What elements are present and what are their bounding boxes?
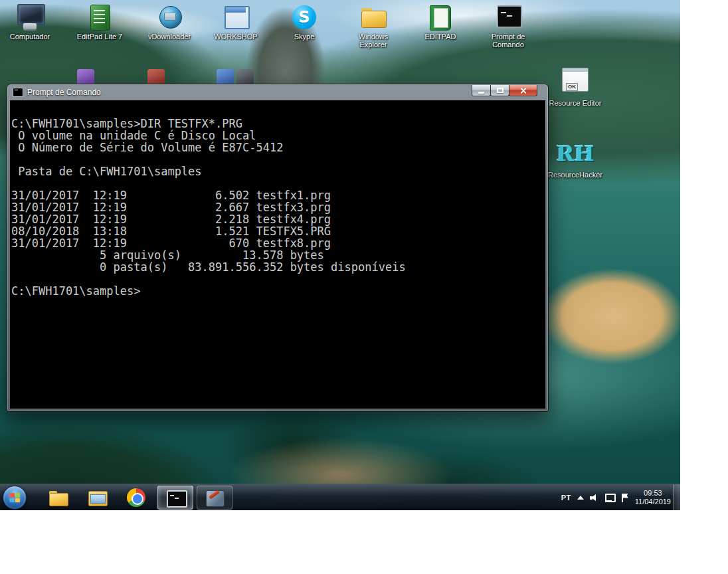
- chrome-icon: [127, 488, 145, 507]
- skype-logo-letter: S: [292, 5, 316, 29]
- window-title: Prompt de Comando: [27, 88, 101, 97]
- desktop-icon-label: Prompt de Comando: [480, 33, 537, 48]
- terminal-line: 31/01/2017 12:19 2.667 testfx3.prg: [11, 201, 544, 213]
- computer-icon: [15, 4, 45, 31]
- folder-icon: [48, 489, 68, 506]
- terminal-line: O volume na unidade C é Disco Local: [11, 130, 544, 142]
- desktop-icon-windows-explorer[interactable]: Windows Explorer: [343, 4, 403, 48]
- desktop-icon-label: EditPad Lite 7: [77, 33, 123, 41]
- cmd-titlebar-icon: [13, 88, 23, 97]
- clock-time: 09:53: [635, 489, 671, 498]
- desktop: Computador EditPad Lite 7 vDownloader WO…: [0, 0, 680, 510]
- terminal-line: 08/10/2018 13:18 1.521 TESTFX5.PRG: [11, 225, 544, 237]
- command-prompt-icon: [494, 4, 523, 31]
- command-prompt-icon: [165, 489, 185, 506]
- taskbar-chrome-button[interactable]: [118, 486, 154, 510]
- resource-hacker-icon: RH: [555, 140, 595, 169]
- terminal-line: 5 arquivo(s) 13.578 bytes: [11, 249, 544, 261]
- network-icon[interactable]: [605, 494, 614, 502]
- green-book-icon: [426, 4, 455, 31]
- desktop-icon-label: Computador: [10, 33, 50, 41]
- desktop-icon-vdownloader[interactable]: vDownloader: [139, 4, 199, 41]
- cmd-window: Prompt de Comando C:\FWH1701\samples>DIR…: [7, 84, 549, 412]
- terminal-line: [11, 177, 544, 189]
- terminal-line: 31/01/2017 12:19 670 testfx8.prg: [11, 237, 544, 249]
- terminal-line: C:\FWH1701\samples>: [11, 285, 544, 297]
- clock[interactable]: 09:53 11/04/2019: [635, 489, 671, 506]
- taskbar-windows-explorer-button[interactable]: [40, 486, 76, 510]
- video-downloader-icon: [155, 4, 184, 31]
- skype-icon: S: [290, 4, 319, 31]
- start-button[interactable]: [3, 486, 27, 510]
- dialog-titlebar-shape: [563, 68, 588, 72]
- desktop-icon-resource-hacker[interactable]: RH ResourceHacker: [545, 140, 605, 179]
- folder-icon: [359, 4, 388, 31]
- volume-icon[interactable]: [590, 494, 599, 502]
- desktop-icon-label: vDownloader: [148, 33, 191, 41]
- desktop-icon-skype[interactable]: S Skype: [274, 4, 334, 41]
- desktop-icon-workshop[interactable]: WORKSHOP: [206, 4, 266, 41]
- taskbar-resource-tool-button[interactable]: [197, 486, 232, 510]
- close-button[interactable]: [509, 85, 537, 96]
- language-indicator[interactable]: PT: [561, 494, 571, 502]
- terminal-line: Pasta de C:\FWH1701\samples: [11, 165, 544, 177]
- taskbar: PT 09:53 11/04/2019: [0, 484, 680, 510]
- desktop-icon-label: Resource Editor: [549, 99, 602, 107]
- terminal-line: 0 pasta(s) 83.891.556.352 bytes disponív…: [11, 261, 544, 273]
- ok-button-glyph: OK: [566, 83, 578, 91]
- action-center-flag-icon[interactable]: [620, 494, 629, 502]
- windows-logo-icon: [10, 493, 21, 503]
- resource-editor-icon: OK: [561, 68, 590, 97]
- desktop-icon-label: ResourceHacker: [548, 171, 602, 179]
- desktop-icon-label: WORKSHOP: [214, 33, 257, 41]
- show-hidden-icons-button[interactable]: [577, 496, 584, 500]
- clock-date: 11/04/2019: [635, 498, 671, 506]
- close-icon: [519, 87, 527, 94]
- taskbar-cmd-button[interactable]: [157, 486, 193, 510]
- desktop-icon-label: Windows Explorer: [345, 33, 402, 48]
- notepad-icon: [85, 4, 114, 31]
- terminal-line: [11, 273, 544, 285]
- desktop-icon-label: Skype: [294, 33, 315, 41]
- maximize-button[interactable]: [490, 85, 509, 96]
- terminal-line: 31/01/2017 12:19 6.502 testfx1.prg: [11, 189, 544, 201]
- minimize-button[interactable]: [472, 85, 491, 96]
- terminal-line: [11, 153, 544, 165]
- desktop-icon-prompt-de-comando[interactable]: Prompt de Comando: [478, 4, 538, 48]
- minimize-icon: [478, 92, 484, 94]
- window-app-icon: [221, 4, 250, 31]
- taskbar-buttons: [40, 486, 232, 510]
- terminal-line: 31/01/2017 12:19 2.218 testfx4.prg: [11, 213, 544, 225]
- libraries-folder-icon: [87, 489, 107, 506]
- tool-icon: [205, 489, 225, 506]
- desktop-icon-computador[interactable]: Computador: [0, 4, 60, 41]
- desktop-icon-editpad-lite[interactable]: EditPad Lite 7: [70, 4, 130, 41]
- desktop-icon-editpad[interactable]: EDITPAD: [410, 4, 470, 41]
- show-desktop-button[interactable]: [674, 484, 680, 510]
- terminal-line: O Número de Série do Volume é E87C-5412: [11, 142, 544, 153]
- desktop-icon-label: EDITPAD: [425, 33, 456, 41]
- desktop-icon-resource-editor[interactable]: OK Resource Editor: [545, 68, 605, 107]
- maximize-icon: [497, 88, 503, 93]
- terminal-line: C:\FWH1701\samples>DIR TESTFX*.PRG: [11, 118, 544, 130]
- taskbar-libraries-button[interactable]: [79, 486, 115, 510]
- system-tray: PT 09:53 11/04/2019: [561, 484, 671, 510]
- cmd-window-titlebar[interactable]: Prompt de Comando: [7, 84, 548, 100]
- terminal-output[interactable]: C:\FWH1701\samples>DIR TESTFX*.PRG O vol…: [10, 100, 545, 409]
- window-controls: [472, 85, 537, 96]
